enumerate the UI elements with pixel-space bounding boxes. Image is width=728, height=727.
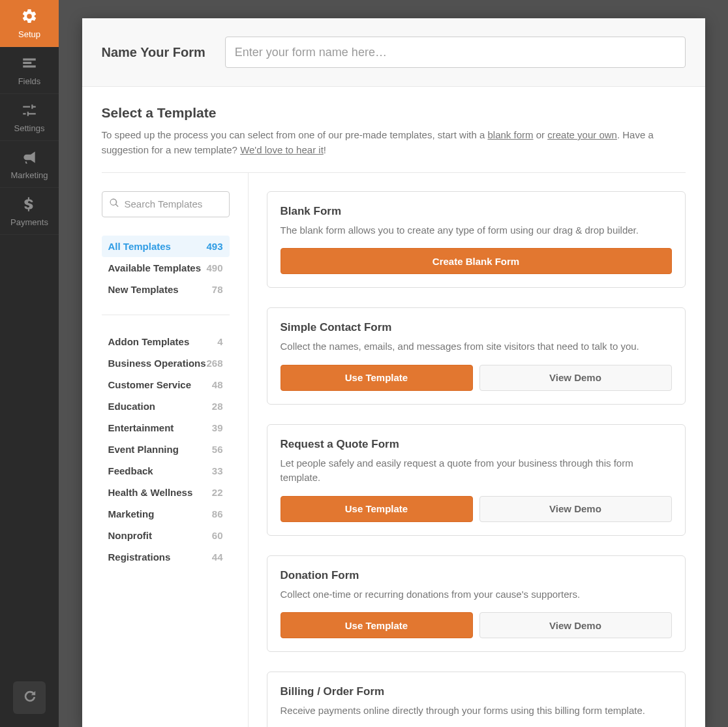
template-list: Blank FormThe blank form allows you to c… bbox=[249, 173, 686, 728]
template-title: Donation Form bbox=[281, 569, 672, 582]
template-filters: All Templates493Available Templates490Ne… bbox=[102, 173, 249, 728]
template-actions: Use TemplateView Demo bbox=[281, 496, 672, 522]
sidebar-item-label: Fields bbox=[18, 76, 41, 86]
filter-count: 28 bbox=[212, 401, 223, 412]
view-demo-button[interactable]: View Demo bbox=[479, 612, 672, 638]
template-desc: Collect one-time or recurring donations … bbox=[281, 587, 672, 602]
filter-row[interactable]: Health & Wellness22 bbox=[102, 482, 230, 503]
view-demo-button[interactable]: View Demo bbox=[479, 365, 672, 391]
filter-count: 4 bbox=[217, 336, 222, 347]
sliders-icon bbox=[21, 102, 38, 121]
filter-count: 22 bbox=[212, 487, 223, 498]
sidebar-item-fields[interactable]: Fields bbox=[0, 47, 59, 94]
sidebar-item-label: Payments bbox=[10, 217, 48, 227]
template-card: Blank FormThe blank form allows you to c… bbox=[267, 191, 686, 288]
blank-form-link[interactable]: blank form bbox=[487, 129, 533, 140]
feedback-link[interactable]: We'd love to hear it bbox=[240, 144, 324, 155]
template-title: Blank Form bbox=[281, 205, 672, 218]
template-card: Donation FormCollect one-time or recurri… bbox=[267, 555, 686, 653]
use-template-button[interactable]: Use Template bbox=[281, 496, 473, 522]
filter-row[interactable]: Available Templates490 bbox=[102, 257, 230, 279]
panel-header: Name Your Form bbox=[82, 18, 705, 87]
filter-row[interactable]: Registrations44 bbox=[102, 546, 230, 568]
filter-count: 493 bbox=[206, 241, 222, 252]
sidebar-item-setup[interactable]: Setup bbox=[0, 0, 59, 47]
filter-count: 56 bbox=[212, 444, 223, 455]
filter-row[interactable]: Customer Service48 bbox=[102, 374, 230, 395]
filter-row[interactable]: Entertainment39 bbox=[102, 417, 230, 439]
use-template-button[interactable]: Use Template bbox=[281, 365, 473, 391]
filter-count: 60 bbox=[212, 530, 223, 541]
filter-label: Addon Templates bbox=[108, 336, 190, 347]
template-card: Request a Quote FormLet people safely an… bbox=[267, 424, 686, 536]
form-name-input[interactable] bbox=[225, 37, 686, 68]
template-desc: The blank form allows you to create any … bbox=[281, 223, 672, 238]
template-title: Billing / Order Form bbox=[281, 685, 672, 698]
view-demo-button[interactable]: View Demo bbox=[479, 496, 672, 522]
sidebar-item-settings[interactable]: Settings bbox=[0, 94, 59, 141]
filter-label: Health & Wellness bbox=[108, 487, 193, 498]
sidebar-item-label: Settings bbox=[14, 123, 45, 133]
gear-icon bbox=[21, 8, 38, 27]
filter-label: Event Planning bbox=[108, 444, 179, 455]
template-search-input[interactable] bbox=[125, 198, 249, 209]
template-card: Billing / Order FormReceive payments onl… bbox=[267, 672, 686, 727]
filter-row[interactable]: All Templates493 bbox=[102, 236, 230, 257]
divider bbox=[102, 315, 230, 315]
template-title: Request a Quote Form bbox=[281, 438, 672, 451]
desc-text: ! bbox=[324, 144, 326, 155]
filter-group-primary: All Templates493Available Templates490Ne… bbox=[102, 236, 230, 300]
setup-panel: Name Your Form Select a Template To spee… bbox=[82, 18, 705, 727]
filter-row[interactable]: Feedback33 bbox=[102, 460, 230, 482]
filter-label: Registrations bbox=[108, 551, 171, 563]
filter-label: Feedback bbox=[108, 465, 153, 476]
filter-row[interactable]: Event Planning56 bbox=[102, 439, 230, 460]
filter-group-categories: Addon Templates4Business Operations268Cu… bbox=[102, 331, 230, 568]
create-own-link[interactable]: create your own bbox=[547, 129, 617, 140]
search-wrap bbox=[102, 191, 230, 217]
template-actions: Use TemplateView Demo bbox=[281, 365, 672, 391]
filter-count: 44 bbox=[212, 551, 223, 563]
sidebar-item-label: Setup bbox=[18, 29, 40, 39]
filter-row[interactable]: Nonprofit60 bbox=[102, 525, 230, 546]
panel-title: Name Your Form bbox=[102, 45, 205, 60]
template-desc: Receive payments online directly through… bbox=[281, 704, 672, 719]
sidebar-spacer bbox=[0, 235, 59, 668]
template-desc: Let people safely and easily request a q… bbox=[281, 456, 672, 486]
filter-label: Customer Service bbox=[108, 379, 192, 390]
template-desc: Collect the names, emails, and messages … bbox=[281, 339, 672, 354]
filter-row[interactable]: Education28 bbox=[102, 395, 230, 417]
filter-row[interactable]: New Templates78 bbox=[102, 279, 230, 300]
template-layout: All Templates493Available Templates490Ne… bbox=[102, 173, 686, 728]
dollar-icon bbox=[21, 196, 38, 215]
sidebar-item-payments[interactable]: Payments bbox=[0, 188, 59, 235]
template-title: Simple Contact Form bbox=[281, 321, 672, 334]
filter-label: All Templates bbox=[108, 241, 171, 252]
desc-text: or bbox=[534, 129, 548, 140]
template-actions: Create Blank Form bbox=[281, 248, 672, 274]
search-icon bbox=[109, 198, 119, 211]
filter-row[interactable]: Business Operations268 bbox=[102, 352, 230, 374]
sidebar-bottom bbox=[0, 668, 59, 727]
filter-label: Marketing bbox=[108, 508, 155, 519]
form-icon bbox=[21, 55, 38, 74]
filter-count: 86 bbox=[212, 508, 223, 519]
filter-count: 39 bbox=[212, 422, 223, 433]
filter-label: Education bbox=[108, 401, 156, 412]
filter-row[interactable]: Addon Templates4 bbox=[102, 331, 230, 352]
filter-count: 490 bbox=[206, 262, 222, 273]
create-blank-button[interactable]: Create Blank Form bbox=[281, 248, 672, 274]
filter-label: New Templates bbox=[108, 284, 179, 295]
history-back-button[interactable] bbox=[13, 681, 46, 714]
use-template-button[interactable]: Use Template bbox=[281, 612, 473, 638]
history-icon bbox=[22, 689, 37, 706]
filter-label: Business Operations bbox=[108, 358, 206, 369]
bullhorn-icon bbox=[21, 149, 38, 168]
modal-overlay: Name Your Form Select a Template To spee… bbox=[59, 0, 728, 727]
filter-label: Available Templates bbox=[108, 262, 202, 273]
panel-body: Select a Template To speed up the proces… bbox=[82, 87, 705, 727]
filter-label: Nonprofit bbox=[108, 530, 152, 541]
filter-row[interactable]: Marketing86 bbox=[102, 503, 230, 525]
template-card: Simple Contact FormCollect the names, em… bbox=[267, 307, 686, 405]
sidebar-item-marketing[interactable]: Marketing bbox=[0, 141, 59, 188]
